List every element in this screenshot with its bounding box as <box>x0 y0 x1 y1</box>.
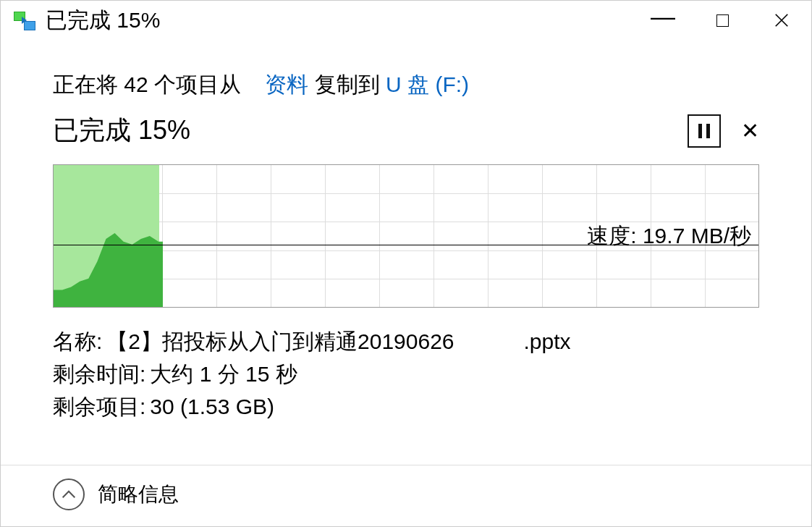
transfer-icon <box>14 12 34 29</box>
name-label: 名称: <box>53 325 102 358</box>
maximize-button[interactable] <box>693 1 752 40</box>
pause-icon <box>698 124 710 138</box>
minimize-button[interactable]: — <box>633 0 693 40</box>
source-link[interactable]: 资料 <box>265 72 308 96</box>
file-copy-dialog: 已完成 15% — 正在将 42 个项目从 资料 复制到 U 盘 (F:) 已完… <box>0 0 812 527</box>
transfer-details: 名称: 【2】招投标从入门到精通20190626 .pptx 剩余时间: 大约 … <box>53 325 759 423</box>
name-ext: .pptx <box>524 325 571 358</box>
speed-label: 速度: 19.7 MB/秒 <box>587 222 751 251</box>
footer-label: 简略信息 <box>98 481 179 508</box>
chevron-up-icon <box>62 489 76 499</box>
name-value: 【2】招投标从入门到精通20190626 <box>106 325 454 358</box>
window-controls: — <box>633 1 811 40</box>
titlebar[interactable]: 已完成 15% — <box>1 1 811 40</box>
footer: 简略信息 <box>1 465 811 526</box>
items-remaining-value: 30 (1.53 GB) <box>150 390 274 423</box>
window-title: 已完成 15% <box>46 6 160 35</box>
items-remaining-label: 剩余项目: <box>53 390 145 423</box>
toggle-details-button[interactable] <box>53 478 85 510</box>
pause-button[interactable] <box>688 114 721 148</box>
time-remaining-label: 剩余时间: <box>53 358 145 390</box>
copy-operation-text: 正在将 42 个项目从 资料 复制到 U 盘 (F:) <box>53 70 759 100</box>
close-button[interactable] <box>752 1 811 40</box>
destination-link[interactable]: U 盘 (F:) <box>386 72 469 96</box>
speed-chart: 速度: 19.7 MB/秒 <box>53 164 759 308</box>
cancel-button[interactable]: ✕ <box>741 118 759 143</box>
progress-percent-label: 已完成 15% <box>53 113 674 148</box>
speed-curve <box>54 165 163 307</box>
time-remaining-value: 大约 1 分 15 秒 <box>150 358 297 390</box>
